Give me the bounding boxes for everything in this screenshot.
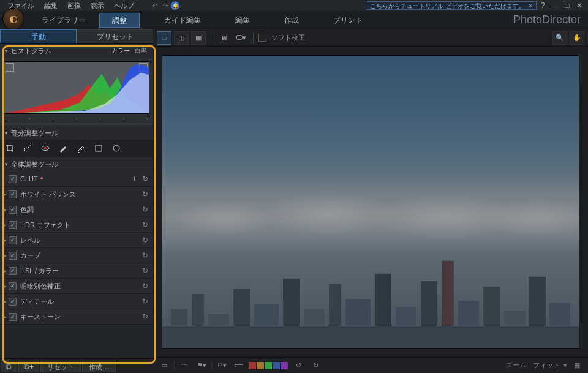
soft-proof-label: ソフト校正	[271, 33, 305, 42]
image-viewer[interactable]	[153, 47, 588, 357]
paste-settings-icon[interactable]: ⧉+	[18, 360, 39, 372]
checkbox-icon[interactable]: ✓	[9, 267, 17, 275]
checkbox-icon[interactable]: ✓	[9, 175, 17, 183]
undo-icon[interactable]: ↶	[149, 2, 160, 10]
adj-item-keystone[interactable]: ▶ ✓ キーストーン ↺	[0, 309, 153, 324]
spot-removal-icon[interactable]	[19, 141, 36, 156]
reset-icon[interactable]: ↺	[142, 282, 148, 290]
close-icon[interactable]: ✕	[573, 1, 586, 10]
soft-proof-checkbox[interactable]	[258, 34, 266, 42]
checkbox-icon[interactable]: ✓	[9, 282, 17, 290]
rotate-right-icon[interactable]: ↻	[308, 360, 323, 372]
zoom-dropdown-icon[interactable]: ▾	[564, 361, 567, 369]
crop-tool-icon[interactable]	[1, 141, 18, 156]
adj-item-hdr[interactable]: ▶ ✓ HDR エフェクト ↺	[0, 217, 153, 232]
subtab-manual[interactable]: 手動	[0, 29, 77, 43]
adj-item-detail[interactable]: ▶ ✓ ディテール ↺	[0, 293, 153, 309]
reset-icon[interactable]: ↺	[142, 220, 148, 229]
tab-adjustment[interactable]: 調整	[99, 13, 140, 28]
menu-help[interactable]: ヘルプ	[109, 1, 139, 10]
gradient-mask-icon[interactable]	[90, 141, 107, 156]
reset-button[interactable]: リセット	[40, 360, 81, 372]
radial-mask-icon[interactable]	[108, 141, 125, 156]
tab-create[interactable]: 作成	[272, 13, 311, 28]
adj-label: レベル	[20, 236, 142, 245]
adj-item-tone[interactable]: ▶ ✓ 色調 ↺	[0, 202, 153, 217]
tutorial-close-icon[interactable]: ×	[529, 2, 532, 10]
adj-item-level[interactable]: ▶ ✓ レベル ↺	[0, 232, 153, 247]
checkbox-icon[interactable]: ✓	[9, 298, 17, 306]
histogram-header[interactable]: ▼ ヒストグラム カラー 白黒	[0, 44, 153, 58]
zoom-tool-icon[interactable]: 🔍	[552, 31, 567, 45]
minimize-icon[interactable]: —	[549, 1, 561, 10]
prev-reject-icon[interactable]: ⟸	[232, 360, 246, 372]
adj-item-whitebalance[interactable]: ▶ ✓ ホワイト バランス ↺	[0, 186, 153, 202]
redeye-tool-icon[interactable]	[37, 141, 54, 156]
tutorial-banner[interactable]: こちらからチュートリアル ビデオをご覧いただけます。 ×	[366, 1, 537, 10]
notification-bell-icon[interactable]: 🔔	[171, 1, 182, 10]
color-label-swatches[interactable]	[249, 362, 288, 369]
adj-label: HDR エフェクト	[20, 220, 142, 230]
copy-settings-icon[interactable]: ⧉	[1, 360, 17, 372]
tab-edit[interactable]: 編集	[223, 13, 262, 28]
partial-tools-header[interactable]: ▼ 部分調整ツール	[0, 126, 153, 140]
histogram-bw-toggle[interactable]: 白黒	[132, 47, 149, 55]
histogram-color-toggle[interactable]: カラー	[109, 47, 132, 55]
maximize-icon[interactable]: □	[561, 1, 573, 10]
reset-icon[interactable]: ↺	[142, 205, 148, 214]
pan-tool-icon[interactable]: ✋	[570, 31, 584, 45]
reset-icon[interactable]: ↺	[142, 251, 148, 260]
checkbox-icon[interactable]: ✓	[9, 221, 17, 229]
viewer-toolbar: ▭ ◫ ▦ 🖥 🖵▾ ソフト校正 🔍 ✋	[153, 29, 588, 47]
checkbox-icon[interactable]: ✓	[9, 236, 17, 244]
svg-point-3	[78, 150, 79, 151]
reset-icon[interactable]: ↺	[142, 312, 148, 321]
create-preset-button[interactable]: 作成…	[82, 360, 116, 372]
checkbox-icon[interactable]: ✓	[9, 190, 17, 198]
adj-item-clut[interactable]: ✓ CLUT• + ↺	[0, 171, 153, 186]
help-icon[interactable]: ?	[537, 1, 549, 10]
menu-edit[interactable]: 編集	[39, 1, 62, 10]
zoom-value[interactable]: フィット	[533, 361, 560, 370]
checkbox-icon[interactable]: ✓	[9, 206, 17, 214]
view-grid-icon[interactable]: ▦	[191, 31, 206, 45]
redo-icon[interactable]: ↷	[160, 2, 171, 10]
checkbox-icon[interactable]: ✓	[9, 252, 17, 260]
global-tools-header[interactable]: ▼ 全体調整ツール	[0, 157, 153, 171]
preview-image	[162, 55, 579, 349]
brush-tool-icon[interactable]	[55, 141, 72, 156]
filmstrip-toggle-icon[interactable]: ▭	[157, 360, 172, 372]
dual-monitor-icon[interactable]: 🖥	[216, 31, 231, 45]
selection-brush-icon[interactable]	[72, 141, 89, 156]
reset-icon[interactable]: ↺	[142, 175, 148, 183]
tab-library[interactable]: ライブラリー	[29, 13, 98, 28]
subtab-preset[interactable]: プリセット	[77, 29, 153, 43]
adj-item-splittone[interactable]: ▶ ✓ 明暗別色補正 ↺	[0, 278, 153, 293]
main-tab-row: ◐ ライブラリー 調整 ガイド編集 編集 作成 プリント PhotoDirect…	[0, 11, 588, 29]
tab-print[interactable]: プリント	[321, 13, 375, 28]
rating-icon[interactable]: ⋯	[177, 360, 192, 372]
checkbox-icon[interactable]: ✓	[9, 313, 17, 321]
navigator-toggle-icon[interactable]: ▦	[570, 360, 584, 372]
collapse-icon: ▼	[4, 48, 9, 54]
adj-item-curve[interactable]: ▶ ✓ カーブ ↺	[0, 247, 153, 263]
reset-icon[interactable]: ↺	[142, 236, 148, 244]
flag-icon[interactable]: ⚑▾	[194, 360, 209, 372]
label-icon[interactable]: ⚐▾	[214, 360, 229, 372]
rotate-left-icon[interactable]: ↺	[291, 360, 306, 372]
adj-item-hsl[interactable]: ▶ ✓ HSL / カラー ↺	[0, 263, 153, 278]
histogram-title: ヒストグラム	[11, 47, 51, 56]
svg-point-0	[24, 148, 28, 151]
menu-view[interactable]: 表示	[86, 1, 109, 10]
menu-image[interactable]: 画像	[62, 1, 86, 10]
reset-icon[interactable]: ↺	[142, 190, 148, 198]
reset-icon[interactable]: ↺	[142, 266, 148, 275]
body: 手動 プリセット ▼ ヒストグラム カラー 白黒	[0, 29, 588, 373]
tab-guided[interactable]: ガイド編集	[152, 13, 213, 28]
add-icon[interactable]: +	[132, 174, 137, 184]
reset-icon[interactable]: ↺	[142, 297, 148, 306]
view-single-icon[interactable]: ▭	[157, 31, 172, 45]
view-compare-icon[interactable]: ◫	[174, 31, 189, 45]
secondary-display-icon[interactable]: 🖵▾	[233, 31, 248, 45]
histogram-display[interactable]	[4, 61, 149, 114]
